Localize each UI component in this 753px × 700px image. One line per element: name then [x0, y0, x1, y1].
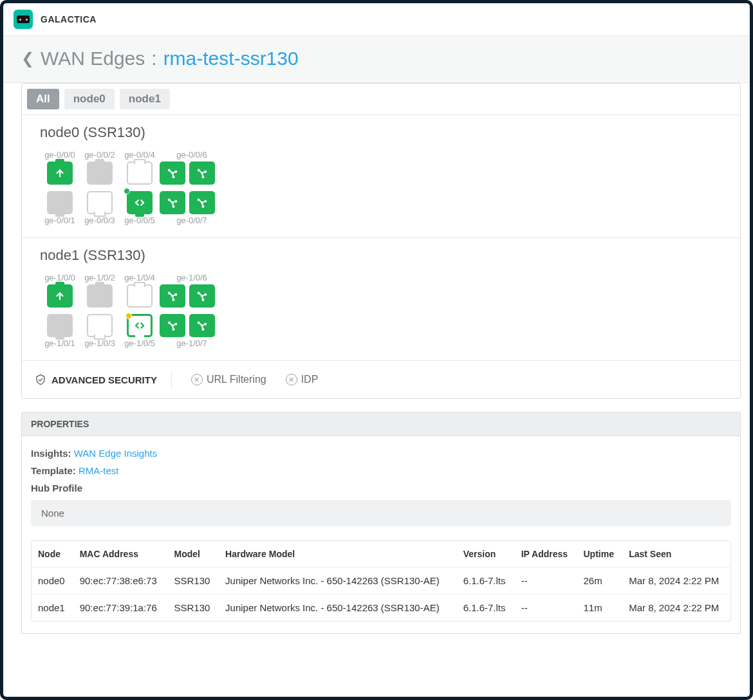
table-row[interactable]: node190:ec:77:39:1a:76SSR130Juniper Netw… — [32, 594, 730, 622]
port[interactable] — [127, 191, 153, 214]
port[interactable] — [160, 191, 185, 214]
svg-point-18 — [175, 294, 176, 295]
table-cell: Mar 8, 2024 2:22 PM — [622, 567, 730, 594]
node-section: node0 (SSR130)ge-0/0/0ge-0/0/1ge-0/0/2ge… — [22, 115, 740, 238]
table-cell: Juniper Networks Inc. - 650-142263 (SSR1… — [219, 594, 457, 622]
shield-icon — [35, 374, 46, 385]
port[interactable] — [127, 161, 153, 185]
svg-point-7 — [202, 176, 203, 178]
port[interactable] — [47, 191, 73, 214]
table-cell: 26m — [577, 567, 622, 594]
svg-point-1 — [169, 169, 170, 170]
svg-point-5 — [198, 169, 200, 170]
port[interactable] — [47, 284, 73, 308]
breadcrumb: ❮ WAN Edges : rma-test-ssr130 — [21, 48, 732, 69]
adv-idp[interactable]: ✕ IDP — [286, 374, 319, 385]
port-label: ge-1/0/3 — [84, 338, 115, 349]
adv-item-label: IDP — [301, 374, 319, 385]
port-label: ge-0/0/5 — [124, 216, 155, 226]
port[interactable] — [87, 284, 113, 308]
tab-node0[interactable]: node0 — [64, 89, 115, 109]
table-header: IP Address — [515, 541, 577, 567]
back-chevron-icon[interactable]: ❮ — [21, 50, 34, 68]
template-link[interactable]: RMA-test — [79, 465, 119, 476]
svg-point-10 — [175, 201, 176, 202]
table-header: Version — [457, 541, 515, 567]
svg-point-26 — [175, 324, 176, 325]
port[interactable] — [127, 284, 153, 308]
port-label: ge-0/0/6 — [164, 150, 219, 160]
svg-point-15 — [202, 206, 203, 207]
port-label: ge-1/0/7 — [164, 338, 219, 349]
table-cell: Juniper Networks Inc. - 650-142263 (SSR1… — [219, 567, 457, 594]
port[interactable] — [160, 284, 185, 308]
hub-profile-label: Hub Profile — [31, 483, 82, 493]
table-cell: 11m — [577, 594, 622, 622]
advanced-security-row: ADVANCED SECURITY ✕ URL Filtering ✕ IDP — [22, 361, 740, 398]
breadcrumb-sep: : — [151, 48, 156, 69]
node-tabs: Allnode0node1 — [22, 84, 740, 115]
svg-point-19 — [172, 299, 174, 300]
status-dot — [126, 313, 132, 319]
port[interactable] — [87, 191, 113, 214]
tab-node1[interactable]: node1 — [120, 89, 170, 109]
disabled-icon: ✕ — [191, 374, 203, 385]
svg-point-3 — [172, 176, 174, 178]
node-title: node1 (SSR130) — [40, 247, 729, 264]
table-header: Model — [168, 541, 219, 567]
status-dot — [124, 188, 130, 194]
tab-all[interactable]: All — [27, 89, 59, 109]
svg-point-2 — [175, 171, 176, 172]
port[interactable] — [47, 161, 73, 185]
node-section: node1 (SSR130)ge-1/0/0ge-1/0/1ge-1/0/2ge… — [22, 238, 740, 361]
table-header: Last Seen — [622, 541, 730, 567]
table-cell: Mar 8, 2024 2:22 PM — [622, 594, 730, 622]
breadcrumb-section[interactable]: WAN Edges — [41, 48, 145, 69]
table-cell: 6.1.6-7.lts — [457, 594, 515, 622]
table-cell: -- — [515, 567, 577, 594]
svg-point-27 — [172, 329, 174, 330]
port[interactable] — [189, 191, 215, 214]
port[interactable] — [127, 314, 153, 337]
port-label: ge-1/0/1 — [44, 338, 75, 349]
table-cell: 6.1.6-7.lts — [457, 567, 515, 594]
table-cell: 90:ec:77:39:1a:76 — [73, 594, 168, 622]
table-cell: SSR130 — [168, 567, 219, 594]
table-row[interactable]: node090:ec:77:38:e6:73SSR130Juniper Netw… — [32, 567, 730, 594]
adv-security-title: ADVANCED SECURITY — [51, 374, 157, 385]
port-label: ge-1/0/5 — [124, 338, 155, 349]
svg-point-21 — [198, 292, 200, 293]
template-label: Template: — [31, 465, 76, 476]
svg-point-11 — [172, 206, 174, 207]
svg-point-23 — [202, 299, 203, 300]
nodes-panel: Allnode0node1 node0 (SSR130)ge-0/0/0ge-0… — [21, 83, 741, 399]
brand-name: GALACTICA — [41, 14, 97, 24]
table-cell: SSR130 — [168, 594, 219, 622]
nodes-table: NodeMAC AddressModelHardware ModelVersio… — [31, 540, 731, 622]
table-header: Hardware Model — [219, 541, 457, 567]
insights-link[interactable]: WAN Edge Insights — [74, 448, 158, 459]
table-header: MAC Address — [73, 541, 168, 567]
port[interactable] — [87, 161, 113, 185]
adv-url-filtering[interactable]: ✕ URL Filtering — [191, 374, 266, 385]
disabled-icon: ✕ — [286, 374, 297, 385]
port-label: ge-1/0/6 — [164, 273, 219, 283]
top-bar: GALACTICA — [3, 3, 750, 36]
port-label: ge-0/0/7 — [164, 216, 219, 226]
port[interactable] — [87, 314, 113, 337]
port[interactable] — [189, 161, 215, 185]
table-cell: node1 — [32, 594, 73, 622]
port-label: ge-0/0/1 — [44, 216, 75, 226]
table-cell: node0 — [32, 567, 73, 594]
port[interactable] — [160, 161, 185, 185]
port[interactable] — [160, 314, 185, 337]
table-header: Uptime — [577, 541, 622, 567]
hub-profile-value[interactable]: None — [31, 500, 731, 526]
svg-point-14 — [205, 201, 206, 202]
port[interactable] — [47, 314, 73, 337]
page-header: ❮ WAN Edges : rma-test-ssr130 — [3, 36, 750, 83]
port[interactable] — [189, 284, 215, 308]
port[interactable] — [189, 314, 215, 337]
svg-point-17 — [169, 292, 170, 293]
svg-point-29 — [198, 322, 200, 323]
